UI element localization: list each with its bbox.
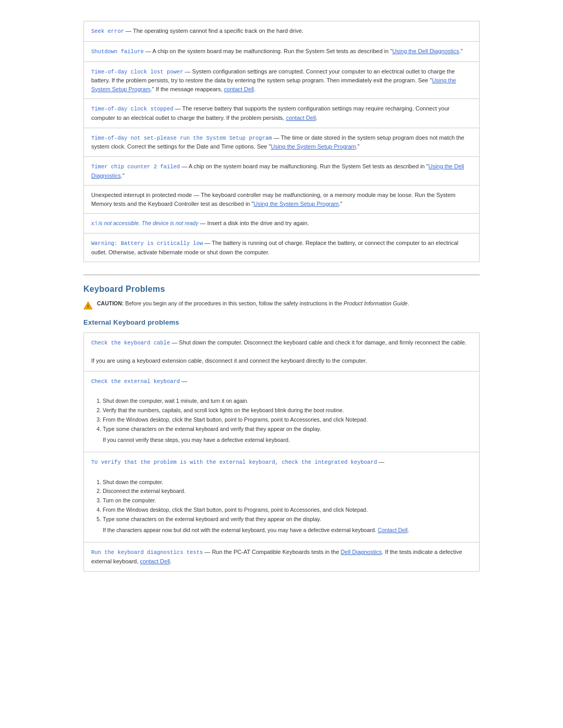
- note-keyboard-cable: If you are using a keyboard extension ca…: [91, 357, 367, 364]
- error-row-time-lost: Time-of-day clock lost power — System co…: [84, 62, 479, 100]
- note-verify-integrated: If the characters appear now but did not…: [103, 526, 472, 535]
- error-dash-timer-chip: —: [181, 163, 188, 169]
- link-contact-dell-3[interactable]: Contact Dell: [378, 527, 408, 533]
- caution-box: ! CAUTION: Before you begin any of the p…: [83, 300, 480, 310]
- keyboard-problems-section: Keyboard Problems ! CAUTION: Before you …: [83, 285, 480, 572]
- error-desc-seek: The operating system cannot find a speci…: [133, 28, 303, 34]
- error-term-seek: Seek error: [91, 28, 124, 34]
- error-term-timer-chip: Timer chip counter 2 failed: [91, 164, 180, 170]
- main-container: Seek error — The operating system cannot…: [83, 21, 480, 572]
- steps-verify-integrated: Shut down the computer. Disconnect the e…: [103, 478, 472, 524]
- steps-check-external: Shut down the computer, wait 1 minute, a…: [103, 397, 472, 433]
- error-dash-time-stopped: —: [175, 105, 182, 112]
- problem-row-keyboard-cable: Check the keyboard cable — Shut down the…: [84, 333, 479, 372]
- error-messages-table: Seek error — The operating system cannot…: [83, 21, 480, 262]
- caution-text: CAUTION: Before you begin any of the pro…: [97, 300, 409, 306]
- dash-keyboard-cable: —: [172, 339, 179, 346]
- term-verify-integrated: To verify that the problem is with the e…: [91, 459, 377, 465]
- error-dash-time-lost: —: [185, 68, 192, 75]
- error-term-unexpected: Unexpected interrupt in protected mode: [91, 192, 192, 198]
- error-term-time-stopped: Time-of-day clock stopped: [91, 106, 174, 112]
- step-4-check-external: Type some characters on the external key…: [103, 425, 472, 434]
- error-dash-unexpected: —: [193, 192, 201, 198]
- caution-label: CAUTION:: [97, 300, 124, 306]
- link-contact-dell-2[interactable]: contact Dell: [286, 115, 315, 121]
- error-dash-not-accessible: —: [200, 220, 207, 226]
- step-1-verify: Shut down the computer.: [103, 478, 472, 487]
- error-row-battery-low: Warning: Battery is critically low — The…: [84, 233, 479, 262]
- error-dash-battery-low: —: [204, 240, 212, 246]
- step-2-verify: Disconnect the external keyboard.: [103, 487, 472, 496]
- error-dash-seek: —: [126, 28, 133, 34]
- section-divider: [83, 275, 480, 275]
- step-1-check-external: Shut down the computer, wait 1 minute, a…: [103, 397, 472, 405]
- error-term-not-accessible: x:\ is not accessible. The device is not…: [91, 220, 198, 226]
- step-3-verify: Turn on the computer.: [103, 497, 472, 505]
- caution-body: Before you begin any of the procedures i…: [125, 300, 409, 306]
- error-row-seek: Seek error — The operating system cannot…: [84, 21, 479, 42]
- desc-keyboard-cable: Shut down the computer. Disconnect the k…: [179, 339, 467, 346]
- error-dash-time-not-set: —: [274, 134, 281, 141]
- dash-check-external: —: [181, 378, 187, 384]
- error-desc-shutdown: A chip on the system board may be malfun…: [152, 48, 462, 54]
- external-keyboard-title: External Keyboard problems: [83, 318, 480, 326]
- term-diagnostics: Run the keyboard diagnostics tests: [91, 549, 203, 556]
- error-row-timer-chip: Timer chip counter 2 failed — A chip on …: [84, 157, 479, 186]
- error-row-shutdown: Shutdown failure — A chip on the system …: [84, 42, 479, 62]
- problem-row-verify-integrated: To verify that the problem is with the e…: [84, 452, 479, 542]
- link-contact-dell-1[interactable]: contact Dell: [224, 86, 254, 92]
- error-desc-not-accessible: Insert a disk into the drive and try aga…: [207, 220, 309, 226]
- error-term-battery-low: Warning: Battery is critically low: [91, 240, 203, 246]
- error-row-not-accessible: x:\ is not accessible. The device is not…: [84, 214, 479, 233]
- error-row-unexpected: Unexpected interrupt in protected mode —…: [84, 186, 479, 214]
- step-5-verify: Type some characters on the external key…: [103, 515, 472, 524]
- link-contact-dell-4[interactable]: contact Dell: [140, 558, 170, 564]
- link-system-setup-1[interactable]: Using the System Setup Program: [91, 77, 456, 92]
- term-check-external: Check the external keyboard: [91, 378, 180, 385]
- link-system-setup-3[interactable]: Using the System Setup Program: [253, 201, 338, 207]
- caution-icon: !: [83, 301, 93, 310]
- problem-row-diagnostics: Run the keyboard diagnostics tests — Run…: [84, 542, 479, 571]
- error-term-shutdown: Shutdown failure: [91, 48, 144, 55]
- dash-diagnostics: —: [204, 549, 212, 555]
- link-using-dell-diagnostics-1[interactable]: Using the Dell Diagnostics: [392, 48, 459, 54]
- note-check-external: If you cannot verify these steps, you ma…: [103, 436, 472, 445]
- external-keyboard-table: Check the keyboard cable — Shut down the…: [83, 332, 480, 572]
- error-row-time-not-set: Time-of-day not set-please run the Syste…: [84, 128, 479, 157]
- link-dell-diagnostics-3[interactable]: Dell Diagnostics: [341, 549, 382, 555]
- problem-row-check-external: Check the external keyboard — Shut down …: [84, 372, 479, 452]
- dash-verify-integrated: —: [378, 459, 384, 465]
- svg-text:!: !: [87, 303, 89, 309]
- error-term-time-lost: Time-of-day clock lost power: [91, 69, 183, 75]
- keyboard-problems-title: Keyboard Problems: [83, 285, 480, 294]
- step-2-check-external: Verify that the numbers, capitals, and s…: [103, 406, 472, 415]
- step-4-verify: From the Windows desktop, click the Star…: [103, 506, 472, 514]
- step-3-check-external: From the Windows desktop, click the Star…: [103, 416, 472, 424]
- error-term-time-not-set: Time-of-day not set-please run the Syste…: [91, 135, 272, 141]
- caution-guide-name: Product Information Guide: [344, 300, 408, 306]
- error-dash-shutdown: —: [145, 48, 152, 54]
- term-keyboard-cable: Check the keyboard cable: [91, 340, 170, 346]
- link-system-setup-2[interactable]: Using the System Setup Program: [271, 143, 356, 150]
- error-row-time-stopped: Time-of-day clock stopped — The reserve …: [84, 99, 479, 128]
